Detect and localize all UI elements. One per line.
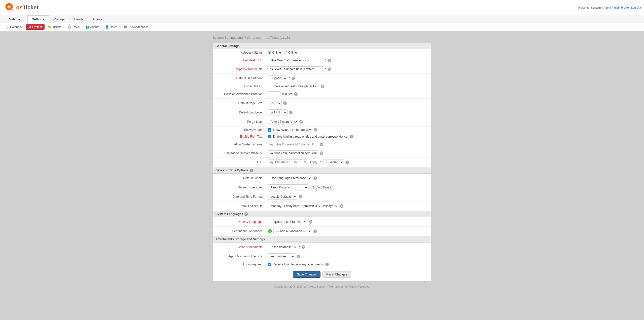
sub-nav-company[interactable]: 📄 Company — [3, 24, 25, 30]
content-acl: Apply To: Disabled Enabled ? — [268, 159, 428, 165]
row-secondary-languages: Secondary Languages: + — Add a Language … — [213, 227, 431, 236]
purge-logs-select[interactable]: After 12 months After 6 months After 3 m… — [268, 119, 298, 125]
sub-nav-users[interactable]: 👤 Users — [103, 24, 120, 30]
secondary-language-select[interactable]: — Add a Language — — [273, 228, 312, 234]
apply-to-label: Apply To: — [310, 161, 322, 164]
iframe-info-icon[interactable]: ? — [320, 143, 323, 146]
sub-nav: 📄 Company ⚙ System 🎫 Tickets 📋 Tasks 👥 A… — [0, 23, 644, 31]
content-secondary-languages: + — Add a Language — ? — [268, 228, 428, 234]
label-purge-logs: Purge Logs: — [216, 120, 266, 124]
helpdesk-name-info-icon[interactable]: ? — [328, 67, 331, 71]
agent-panel-link[interactable]: Agent Panel — [604, 6, 619, 9]
content-schedule: Monday - Friday 8am - 5pm with U.S. Holi… — [268, 203, 428, 209]
auto-detect-button[interactable]: 📍 Auto Detect — [310, 185, 333, 190]
nav-tab-agents[interactable]: Agents — [88, 15, 107, 23]
collision-input[interactable] — [268, 91, 280, 97]
sub-nav-agents[interactable]: 👥 Agents — [83, 24, 102, 30]
sub-nav-tasks[interactable]: 📋 Tasks — [65, 24, 82, 30]
force-https-label: Force all requests through HTTPS. — [273, 85, 319, 88]
radio-group-status: Online Offline — [268, 51, 297, 54]
helpdesk-name-input[interactable] — [268, 66, 323, 72]
content-helpdesk-name: * ? — [268, 66, 428, 72]
domain-whitelist-info-icon[interactable]: ? — [320, 151, 323, 155]
content-rich-text: Enable html in thread entries and email … — [268, 135, 428, 138]
page-size-select[interactable]: 25 50 100 — [268, 100, 282, 106]
log-level-info-icon[interactable]: ? — [289, 111, 293, 114]
content-primary-language: English (United States) ? — [268, 219, 428, 225]
datetime-format-select[interactable]: Locale Defaults — [268, 194, 297, 200]
locale-select[interactable]: Use Language Preference English (United … — [268, 175, 312, 181]
nav-tab-manage[interactable]: Manage — [49, 15, 69, 23]
sub-nav-knowledgebase[interactable]: 📚 Knowledgebase — [121, 24, 151, 30]
store-attachments-select[interactable]: In the database Filesystem — [268, 244, 297, 250]
add-language-button[interactable]: + — [268, 229, 272, 233]
max-file-size-select[interactable]: — Small — — Medium — — Large — — [268, 253, 295, 259]
radio-offline-input[interactable] — [284, 51, 287, 54]
primary-language-select[interactable]: English (United States) — [268, 219, 307, 225]
secondary-lang-info-icon[interactable]: ? — [313, 229, 317, 233]
label-log-level: Default Log Level: — [216, 111, 266, 114]
log-level-select[interactable]: WARN DEBUG ERROR — [268, 109, 288, 115]
top-right-nav: Welcome, System. | Agent Panel | Profile… — [578, 6, 641, 9]
logout-link[interactable]: Log Out — [631, 6, 641, 9]
acl-info-icon[interactable]: ? — [345, 161, 349, 164]
login-required-info-icon[interactable]: ? — [325, 263, 329, 266]
content-store-attachments: In the database Filesystem * ? — [268, 244, 428, 250]
row-rich-text: Enable Rich Text: Enable html in thread … — [213, 133, 431, 140]
datetime-section-info-icon[interactable]: ? — [250, 169, 253, 172]
schedule-info-icon[interactable]: ? — [340, 204, 343, 208]
save-changes-button[interactable]: Save Changes — [293, 271, 320, 278]
label-default-dept: Default Department: — [216, 76, 266, 80]
store-attach-info-icon[interactable]: ? — [302, 245, 305, 249]
languages-section-info-icon[interactable]: ? — [244, 212, 248, 216]
acl-input[interactable] — [268, 159, 308, 165]
row-helpdesk-name: Helpdesk Name/Title: * ? — [213, 65, 431, 74]
collision-info-icon[interactable]: ? — [294, 92, 298, 96]
radio-offline[interactable]: Offline — [284, 51, 297, 54]
avatars-info-icon[interactable]: ? — [314, 128, 317, 132]
profile-link[interactable]: Profile — [621, 6, 629, 9]
section-datetime: Date and Time Options ? — [213, 167, 431, 174]
label-secondary-languages: Secondary Languages: — [216, 229, 266, 233]
datetime-format-info-icon[interactable]: ? — [299, 195, 302, 198]
row-log-level: Default Log Level: WARN DEBUG ERROR ? — [213, 108, 431, 117]
row-timezone: Default Time Zone: Asia / Kolkata UTC 📍 … — [213, 183, 431, 192]
page-size-info-icon[interactable]: ? — [283, 101, 287, 105]
force-https-checkbox[interactable] — [268, 85, 271, 88]
iframe-input[interactable] — [268, 142, 318, 147]
https-info-icon[interactable]: ? — [321, 85, 324, 88]
knowledgebase-icon: 📚 — [123, 25, 127, 29]
reset-changes-button[interactable]: Reset Changes — [323, 271, 351, 278]
content-helpdesk-url: * ? — [268, 58, 428, 63]
domain-whitelist-input[interactable] — [268, 150, 318, 156]
rich-text-label: Enable html in thread entries and email … — [273, 135, 348, 138]
content-timezone: Asia / Kolkata UTC 📍 Auto Detect — [268, 184, 428, 190]
nav-tab-settings[interactable]: Settings — [27, 15, 49, 23]
row-store-attachments: Store Attachments: In the database Files… — [213, 243, 431, 252]
nav-tab-emails[interactable]: Emails — [69, 15, 88, 23]
radio-online-input[interactable] — [268, 51, 271, 54]
apply-to-select[interactable]: Disabled Enabled — [324, 159, 344, 165]
label-helpdesk-name: Helpdesk Name/Title: — [216, 67, 266, 71]
default-dept-select[interactable]: Support — [268, 75, 287, 81]
row-purge-logs: Purge Logs: After 12 months After 6 mont… — [213, 117, 431, 127]
helpdesk-url-info-icon[interactable]: ? — [328, 59, 331, 62]
purge-logs-info-icon[interactable]: ? — [299, 120, 303, 124]
sub-nav-tickets[interactable]: 🎫 Tickets — [46, 24, 64, 30]
locale-info-icon[interactable]: ? — [313, 176, 317, 180]
show-avatars-checkbox[interactable] — [268, 128, 271, 132]
row-collision: Collision Avoidance Duration: minutes ? — [213, 90, 431, 99]
nav-tab-dashboard[interactable]: Dashboard — [3, 15, 27, 23]
rich-text-checkbox[interactable] — [268, 135, 271, 138]
schedule-select[interactable]: Monday - Friday 8am - 5pm with U.S. Holi… — [268, 203, 338, 209]
dept-info-icon[interactable]: ? — [292, 76, 295, 80]
primary-lang-info-icon[interactable]: ? — [309, 220, 312, 224]
max-file-size-info-icon[interactable]: ? — [297, 255, 300, 258]
buttons-row: Save Changes Reset Changes — [213, 268, 431, 281]
radio-online[interactable]: Online — [268, 51, 281, 54]
rich-text-info-icon[interactable]: ? — [350, 135, 353, 138]
timezone-select[interactable]: Asia / Kolkata UTC — [268, 184, 308, 190]
sub-nav-system[interactable]: ⚙ System — [26, 24, 44, 30]
helpdesk-url-input[interactable] — [268, 58, 323, 63]
login-required-checkbox[interactable] — [268, 263, 271, 266]
